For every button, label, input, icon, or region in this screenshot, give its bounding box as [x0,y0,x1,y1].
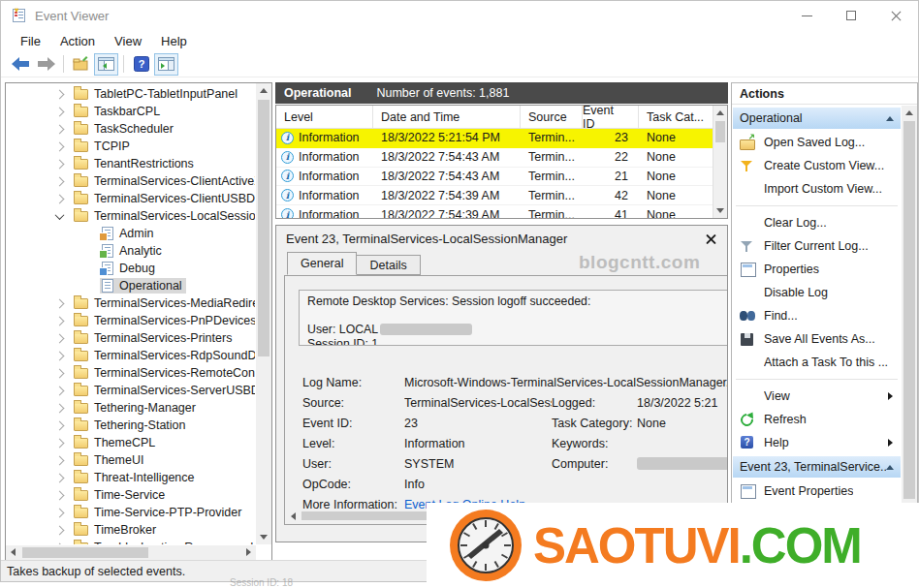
tree-item[interactable]: TaskScheduler [6,120,255,138]
expand-chevron-icon[interactable] [55,403,65,413]
action-entry[interactable]: Event Properties [732,480,902,503]
expand-chevron-icon[interactable] [55,210,65,220]
scroll-left-icon[interactable] [11,548,16,556]
details-tab[interactable]: Details [357,255,420,275]
tree-item[interactable]: TerminalServices-ClientUSBDe [6,190,255,207]
details-tab[interactable]: General [287,252,357,275]
event-row[interactable]: Information 18/3/2022 7:54:39 AM Termin.… [276,205,727,219]
column-header[interactable]: Date and Time [373,106,521,128]
menu-item[interactable]: Action [50,34,105,48]
actions-scrollbar[interactable] [902,106,917,560]
tree-item[interactable]: Time-Service [6,486,255,504]
console-tree-toggle-button[interactable] [94,53,118,76]
action-entry[interactable]: Create Custom View... [732,154,902,177]
expand-chevron-icon[interactable] [55,473,65,482]
scroll-up-icon[interactable] [260,88,268,93]
expand-chevron-icon[interactable] [55,351,65,360]
close-details-icon[interactable] [705,232,717,245]
close-button[interactable] [873,1,918,30]
section-collapse-icon[interactable] [886,116,894,121]
tree-item[interactable]: TerminalServices-RemoteConn [6,364,255,382]
tree-item[interactable]: ThemeCPL [6,434,255,451]
expand-chevron-icon[interactable] [55,159,65,169]
action-entry[interactable]: Import Custom View... [732,177,902,201]
menu-item[interactable]: Help [151,34,197,48]
event-row[interactable]: Information 18/3/2022 5:21:54 PM Termin.… [276,129,727,148]
tree-item[interactable]: Operational [6,277,255,294]
expand-chevron-icon[interactable] [55,508,65,517]
expand-chevron-icon[interactable] [55,141,65,151]
action-entry[interactable]: Help [732,431,902,454]
tree-item[interactable]: Tethering-Station [6,417,255,434]
action-entry[interactable]: Save All Events As... [732,327,902,351]
scrollbar-thumb[interactable] [258,100,269,356]
action-entry[interactable]: Properties [732,258,902,281]
action-entry[interactable]: Disable Log [732,281,902,304]
scroll-up-icon[interactable] [716,110,724,115]
tree-item[interactable]: TerminalServices-MediaRedire [6,294,255,312]
section-collapse-icon[interactable] [886,465,894,470]
scroll-left-icon[interactable] [291,512,296,520]
action-entry[interactable]: View [732,385,902,408]
column-header[interactable]: Task Cat... [639,106,714,128]
expand-chevron-icon[interactable] [55,368,65,378]
action-entry[interactable]: Filter Current Log... [732,234,902,258]
expand-chevron-icon[interactable] [55,176,65,186]
menu-item[interactable]: View [105,34,151,48]
column-header[interactable]: Event ID [583,106,639,128]
expand-chevron-icon[interactable] [55,316,65,325]
tree-item[interactable]: TimeBroker [6,521,255,539]
expand-chevron-icon[interactable] [55,107,65,116]
scrollbar-thumb[interactable] [903,121,915,499]
tree-item[interactable]: Debug [6,260,255,277]
action-entry[interactable]: Find... [732,304,902,327]
expand-chevron-icon[interactable] [55,438,65,448]
tree-item[interactable]: TerminalServices-ServerUSBDe [6,382,255,399]
open-saved-log-button[interactable] [69,52,94,76]
tree-item[interactable]: TerminalServices-ClientActiveX [6,172,255,190]
tree-item[interactable]: TCPIP [6,138,255,155]
tree-item[interactable]: Threat-Intelligence [6,469,255,486]
tree-item[interactable]: TenantRestrictions [6,155,255,172]
expand-chevron-icon[interactable] [55,333,65,343]
event-row[interactable]: Information 18/3/2022 7:54:43 AM Termin.… [276,168,727,187]
action-entry[interactable]: Operational [733,108,901,129]
expand-chevron-icon[interactable] [55,298,65,308]
help-button[interactable]: ? [129,52,154,76]
scrollbar-thumb[interactable] [22,547,148,558]
expand-chevron-icon[interactable] [55,420,65,430]
minimize-button[interactable] [784,1,829,30]
action-entry[interactable]: Refresh [732,408,902,431]
scrollbar-thumb[interactable] [715,121,725,142]
expand-chevron-icon[interactable] [55,490,65,500]
expand-chevron-icon[interactable] [55,194,65,203]
expand-chevron-icon[interactable] [55,455,65,465]
tree-item[interactable]: TerminalServices-LocalSession [6,207,255,225]
scroll-down-icon[interactable] [716,208,724,213]
scroll-up-icon[interactable] [905,110,913,115]
back-button[interactable] [8,52,33,76]
action-pane-toggle-button[interactable] [154,53,178,76]
forward-button[interactable] [33,52,58,76]
tree-item[interactable]: Time-Service-PTP-Provider [6,504,255,521]
expand-chevron-icon[interactable] [55,386,65,395]
column-header[interactable]: Level [276,106,373,128]
event-list-scrollbar[interactable] [713,106,727,218]
tree-item[interactable]: ThemeUI [6,451,255,469]
tree-item[interactable]: Tethering-Manager [6,399,255,417]
tree-item[interactable]: TabletPC-TabletInputPanel [6,85,255,103]
expand-chevron-icon[interactable] [55,525,65,535]
tree-item[interactable]: Analytic [6,242,255,260]
event-row[interactable]: Information 18/3/2022 7:54:43 AM Termin.… [276,148,727,168]
event-row[interactable]: Information 18/3/2022 7:54:39 AM Termin.… [276,186,727,205]
tree-horizontal-scrollbar[interactable] [6,545,256,560]
action-entry[interactable] [736,374,898,380]
tree-item[interactable]: TerminalServices-RdpSoundDr [6,347,255,364]
expand-chevron-icon[interactable] [55,124,65,134]
maximize-button[interactable] [829,1,873,30]
tree-item[interactable]: Troubleshooting-Recommended [6,539,255,544]
action-entry[interactable]: Open Saved Log... [732,131,902,154]
scroll-down-icon[interactable] [260,535,268,540]
menu-item[interactable]: File [11,34,50,48]
tree-item[interactable]: TerminalServices-Printers [6,329,255,347]
